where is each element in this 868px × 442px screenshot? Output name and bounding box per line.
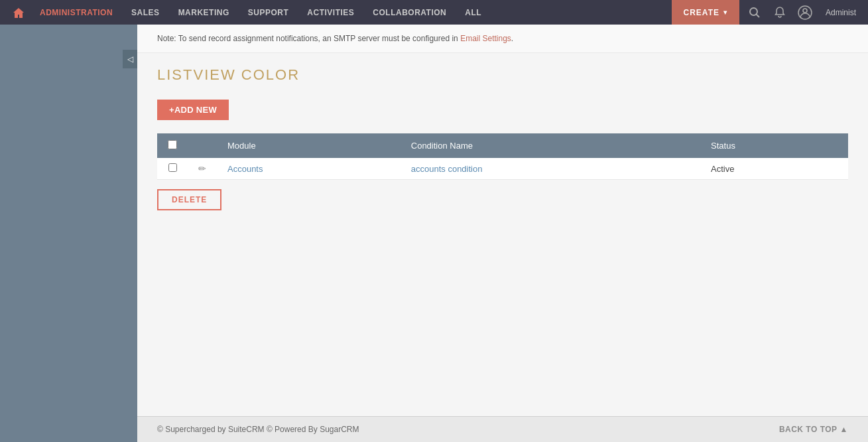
svg-point-3 <box>803 9 807 13</box>
select-all-checkbox[interactable] <box>168 140 177 149</box>
nav-support[interactable]: SUPPORT <box>239 0 298 25</box>
header-status: Status <box>700 133 848 158</box>
email-settings-link[interactable]: Email Settings <box>460 34 511 43</box>
home-button[interactable] <box>7 0 31 25</box>
header-condition-name: Condition Name <box>401 133 700 158</box>
row-edit-cell: ✏ <box>188 158 217 180</box>
user-icon[interactable] <box>794 0 816 25</box>
row-module: Accounts <box>217 158 401 180</box>
nav-activities[interactable]: ACTIVITIES <box>298 0 363 25</box>
user-menu[interactable]: Administ <box>820 8 861 17</box>
nav-marketing[interactable]: MARKETING <box>169 0 239 25</box>
add-new-button[interactable]: +ADD NEW <box>157 100 229 120</box>
delete-button[interactable]: DELETE <box>157 189 221 210</box>
create-dropdown-arrow: ▾ <box>723 9 727 16</box>
nav-administration[interactable]: ADMINISTRATION <box>31 0 122 25</box>
back-to-top-label: BACK TO TOP <box>779 425 837 434</box>
footer: © Supercharged by SuiteCRM © Powered By … <box>137 416 868 442</box>
sidebar: ◁ <box>0 25 137 442</box>
back-to-top-button[interactable]: BACK TO TOP ▲ <box>779 425 848 434</box>
header-edit-col <box>188 133 217 158</box>
header-module: Module <box>217 133 401 158</box>
main-content: Note: To send record assignment notifica… <box>137 25 868 442</box>
note-bar: Note: To send record assignment notifica… <box>137 25 868 53</box>
edit-icon[interactable]: ✏ <box>198 163 206 174</box>
svg-point-0 <box>750 8 757 15</box>
top-navigation: ADMINISTRATION SALES MARKETING SUPPORT A… <box>0 0 868 25</box>
search-icon[interactable] <box>743 0 766 25</box>
listview-table: Module Condition Name Status ✏ <box>157 133 848 180</box>
back-to-top-arrow: ▲ <box>840 425 848 434</box>
table-header: Module Condition Name Status <box>157 133 848 158</box>
condition-link[interactable]: accounts condition <box>411 164 483 174</box>
row-checkbox-cell <box>157 158 188 180</box>
nav-sales[interactable]: SALES <box>122 0 169 25</box>
main-layout: ◁ Note: To send record assignment notifi… <box>0 25 868 442</box>
note-prefix: Note: To send record assignment notifica… <box>157 34 460 43</box>
create-button[interactable]: CREATE ▾ <box>672 0 739 25</box>
note-suffix: . <box>511 34 513 43</box>
notifications-icon[interactable] <box>769 0 791 25</box>
header-checkbox-col <box>157 133 188 158</box>
row-checkbox[interactable] <box>168 163 177 172</box>
page-content: LISTVIEW COLOR +ADD NEW Module Condition… <box>137 53 868 224</box>
topnav-icons <box>739 0 820 25</box>
svg-line-1 <box>756 14 759 17</box>
sidebar-toggle[interactable]: ◁ <box>123 50 137 68</box>
row-condition-name: accounts condition <box>401 158 700 180</box>
nav-collaboration[interactable]: COLLABORATION <box>363 0 456 25</box>
footer-left: © Supercharged by SuiteCRM © Powered By … <box>157 425 359 434</box>
row-status: Active <box>700 158 848 180</box>
nav-all[interactable]: ALL <box>456 0 491 25</box>
table-body: ✏ Accounts accounts condition Active <box>157 158 848 180</box>
module-link[interactable]: Accounts <box>227 164 263 174</box>
table-row: ✏ Accounts accounts condition Active <box>157 158 848 180</box>
page-title: LISTVIEW COLOR <box>157 66 848 84</box>
